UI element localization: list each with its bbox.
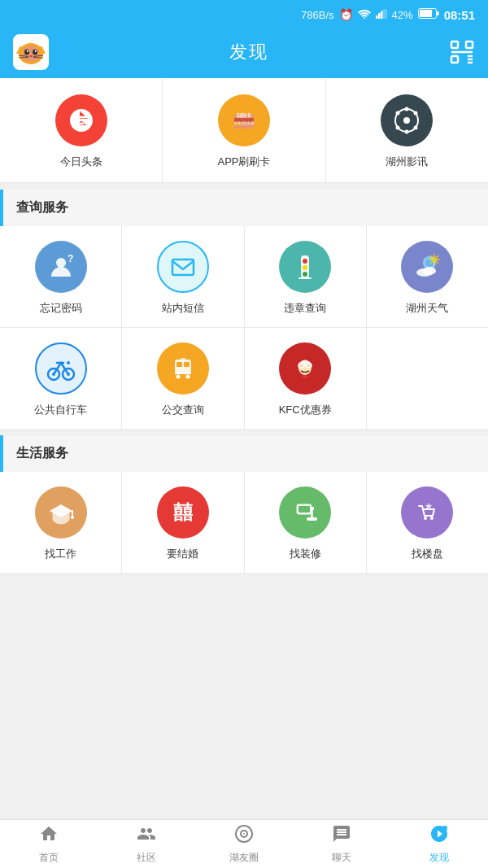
svg-text:好礼刮出来: 好礼刮出来 <box>233 120 254 125</box>
svg-point-39 <box>414 111 418 116</box>
featured-item-jinri[interactable]: 今日头条 <box>0 78 163 182</box>
shuaka-label: APP刷刷卡 <box>217 155 270 169</box>
nav-item-chat[interactable]: 聊天 <box>293 820 390 868</box>
svg-point-13 <box>24 50 29 55</box>
kfc-icon <box>279 342 331 395</box>
svg-point-48 <box>303 259 307 264</box>
svg-rect-65 <box>175 372 191 374</box>
query-grid: ? 忘记密码 站内短信 <box>0 226 488 429</box>
grid-item-forget-pwd[interactable]: ? 忘记密码 <box>0 226 122 327</box>
svg-rect-1 <box>376 15 378 19</box>
svg-rect-8 <box>437 11 439 15</box>
svg-rect-24 <box>451 56 458 63</box>
yingxun-icon <box>381 94 433 146</box>
forget-pwd-icon: ? <box>35 241 87 293</box>
svg-point-40 <box>396 126 400 130</box>
svg-point-41 <box>414 126 418 130</box>
grid-item-decor[interactable]: 找装修 <box>245 472 367 573</box>
svg-rect-63 <box>176 362 182 367</box>
weather-icon <box>401 241 453 293</box>
svg-rect-7 <box>420 10 432 17</box>
home-icon <box>39 824 59 848</box>
svg-point-38 <box>396 111 400 116</box>
life-section-title: 生活服务 <box>16 445 68 462</box>
chat-icon <box>332 824 351 848</box>
svg-point-15 <box>27 50 28 52</box>
grid-item-bike[interactable]: 公共自行车 <box>0 328 122 429</box>
nav-discover-label: 发现 <box>429 851 449 865</box>
violation-label: 违章查询 <box>284 301 326 316</box>
grid-item-violation[interactable]: 违章查询 <box>245 226 367 327</box>
life-grid: 找工作 囍 要结婚 <box>0 472 488 573</box>
grid-item-station-sms[interactable]: 站内短信 <box>122 226 244 327</box>
shuaka-icon: 刮刮卡 好礼刮出来 <box>218 94 270 146</box>
svg-rect-4 <box>383 9 386 19</box>
bike-icon <box>35 342 87 395</box>
svg-rect-51 <box>298 277 312 279</box>
svg-text:刮刮卡: 刮刮卡 <box>237 112 252 118</box>
alarm-icon: ⏰ <box>339 8 353 21</box>
svg-rect-46 <box>172 260 194 275</box>
header: 发现 <box>0 29 488 75</box>
kfc-label: KFC优惠券 <box>279 403 332 417</box>
battery-icon <box>418 8 439 21</box>
svg-rect-3 <box>381 11 383 19</box>
grid-item-weather[interactable]: 湖州天气 <box>367 226 488 327</box>
grid-item-find-job[interactable]: 找工作 <box>0 472 122 573</box>
find-job-icon <box>35 486 87 539</box>
svg-point-14 <box>33 50 37 55</box>
svg-rect-79 <box>298 506 310 513</box>
nav-home-label: 首页 <box>39 851 59 865</box>
grid-item-marriage[interactable]: 囍 要结婚 <box>122 472 244 573</box>
svg-point-43 <box>405 130 409 134</box>
yingxun-label: 湖州影讯 <box>386 155 428 169</box>
bottom-nav: 首页 社区 湖友圈 聊天 <box>0 819 488 868</box>
svg-rect-68 <box>181 358 185 360</box>
featured-item-yingxun[interactable]: 湖州影讯 <box>326 78 488 182</box>
svg-point-16 <box>35 50 37 52</box>
svg-line-19 <box>19 58 28 59</box>
bottom-padding <box>0 579 488 595</box>
grid-item-kfc[interactable]: KFC优惠券 <box>245 328 367 429</box>
scroll-content[interactable]: 今日头条 刮刮卡 好礼刮出来 APP刷刷卡 <box>0 78 488 822</box>
svg-point-83 <box>424 517 427 520</box>
featured-row: 今日头条 刮刮卡 好礼刮出来 APP刷刷卡 <box>0 78 488 183</box>
decor-label: 找装修 <box>290 547 321 561</box>
bike-label: 公共自行车 <box>34 403 87 417</box>
svg-point-44 <box>56 258 66 268</box>
svg-rect-5 <box>386 9 387 19</box>
svg-point-76 <box>71 516 74 519</box>
grid-item-bus[interactable]: 公交查询 <box>122 328 244 429</box>
wifi-icon <box>358 8 371 21</box>
nav-community-label: 社区 <box>137 851 156 865</box>
bus-icon <box>157 342 209 395</box>
svg-point-50 <box>303 272 307 277</box>
svg-point-67 <box>185 375 190 379</box>
svg-rect-22 <box>451 41 458 48</box>
nav-item-community[interactable]: 社区 <box>98 820 195 868</box>
grid-item-house[interactable]: 找楼盘 <box>367 472 488 573</box>
svg-point-87 <box>243 833 245 835</box>
forget-pwd-label: 忘记密码 <box>40 301 82 316</box>
svg-line-21 <box>33 58 43 59</box>
svg-point-37 <box>403 117 410 124</box>
network-speed: 786B/s <box>301 9 333 21</box>
svg-point-66 <box>176 375 180 379</box>
nav-item-discover[interactable]: 发现 <box>390 820 488 868</box>
nav-circle-label: 湖友圈 <box>229 851 259 865</box>
svg-point-49 <box>303 265 307 270</box>
house-icon <box>401 486 453 539</box>
featured-item-shuaka[interactable]: 刮刮卡 好礼刮出来 APP刷刷卡 <box>163 78 325 182</box>
svg-point-42 <box>405 107 409 111</box>
find-job-label: 找工作 <box>45 547 76 561</box>
query-row-1: ? 忘记密码 站内短信 <box>0 226 488 328</box>
nav-item-circle[interactable]: 湖友圈 <box>195 820 293 868</box>
svg-point-61 <box>67 361 70 364</box>
scan-button[interactable] <box>449 39 475 65</box>
marriage-icon: 囍 <box>157 486 209 539</box>
marriage-label: 要结婚 <box>167 547 198 561</box>
svg-point-88 <box>442 826 447 831</box>
life-row-1: 找工作 囍 要结婚 <box>0 472 488 573</box>
query-section-title: 查询服务 <box>16 199 68 216</box>
nav-item-home[interactable]: 首页 <box>0 820 98 868</box>
